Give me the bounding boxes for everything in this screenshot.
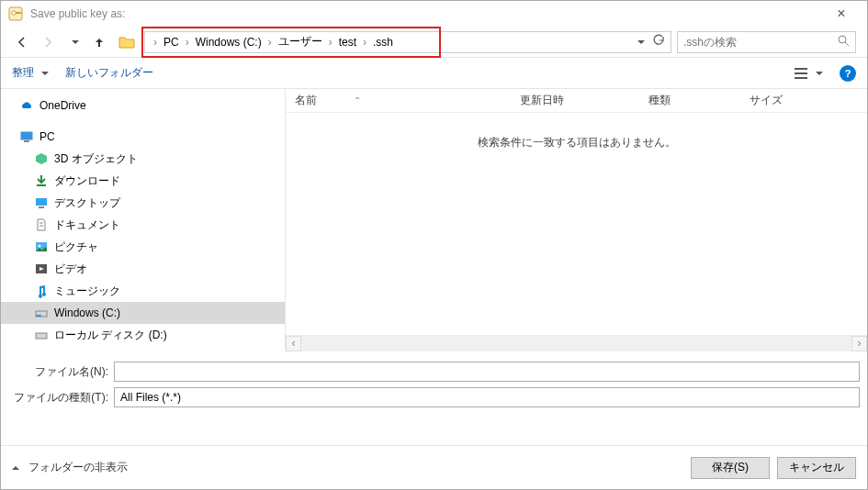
column-headers: 名前⌃ 更新日時 種類 サイズ <box>286 89 867 113</box>
chevron-up-icon <box>12 462 23 474</box>
filetype-label: ファイルの種類(T): <box>8 390 114 406</box>
tree-label: ダウンロード <box>54 173 120 189</box>
svg-rect-12 <box>39 206 44 208</box>
svg-rect-8 <box>21 132 32 139</box>
chevron-right-icon: › <box>183 36 192 49</box>
tree-downloads[interactable]: ダウンロード <box>1 170 285 192</box>
search-box[interactable] <box>677 31 856 53</box>
titlebar: Save public key as: × <box>1 1 867 27</box>
column-type[interactable]: 種類 <box>639 93 740 108</box>
tree-desktop[interactable]: デスクトップ <box>1 192 285 214</box>
main: OneDrive PC 3D オブジェクト ダウンロード デスクトップ ドキュメ… <box>1 89 867 351</box>
cloud-icon <box>19 98 34 113</box>
file-list[interactable]: 検索条件に一致する項目はありません。 <box>286 113 867 335</box>
column-date[interactable]: 更新日時 <box>511 93 639 108</box>
tree-label: ピクチャ <box>54 239 98 255</box>
tree-c-drive[interactable]: Windows (C:) <box>1 302 285 324</box>
svg-rect-2 <box>16 12 21 14</box>
refresh-button[interactable] <box>652 34 665 50</box>
svg-rect-6 <box>795 72 807 74</box>
search-input[interactable] <box>683 36 838 49</box>
tree-label: PC <box>39 130 55 143</box>
svg-point-16 <box>39 245 41 248</box>
scroll-left-button[interactable]: ‹ <box>286 336 301 351</box>
tree-music[interactable]: ミュージック <box>1 280 285 302</box>
tree-label: 3D オブジェクト <box>54 151 138 167</box>
download-icon <box>34 173 49 188</box>
tree-label: ローカル ディスク (D:) <box>54 328 167 343</box>
tree-label: OneDrive <box>39 99 86 112</box>
folder-icon <box>118 34 135 50</box>
file-list-pane: 名前⌃ 更新日時 種類 サイズ 検索条件に一致する項目はありません。 ‹ › <box>286 89 867 351</box>
svg-rect-5 <box>795 68 807 70</box>
tree-label: デスクトップ <box>54 195 120 211</box>
tree-d-drive[interactable]: ローカル ディスク (D:) <box>1 324 285 346</box>
filename-input[interactable] <box>114 362 860 382</box>
pictures-icon <box>34 239 49 254</box>
recent-locations-button[interactable] <box>63 32 84 52</box>
tree-3d[interactable]: 3D オブジェクト <box>1 148 285 170</box>
svg-line-4 <box>845 42 849 46</box>
horizontal-scrollbar[interactable]: ‹ › <box>286 335 867 351</box>
tree-pc[interactable]: PC <box>1 126 285 148</box>
svg-rect-10 <box>37 184 46 186</box>
filename-label: ファイル名(N): <box>8 364 114 380</box>
chevron-down-icon <box>812 67 823 80</box>
hide-folders-button[interactable]: フォルダーの非表示 <box>12 460 128 475</box>
scroll-right-button[interactable]: › <box>851 336 867 351</box>
navigation-tree[interactable]: OneDrive PC 3D オブジェクト ダウンロード デスクトップ ドキュメ… <box>1 89 286 351</box>
cancel-button[interactable]: キャンセル <box>777 457 856 479</box>
chevron-right-icon: › <box>151 36 160 49</box>
organize-menu[interactable]: 整理 <box>12 65 49 81</box>
chevron-right-icon: › <box>326 36 335 49</box>
tree-label: ドキュメント <box>54 217 120 233</box>
tree-onedrive[interactable]: OneDrive <box>1 95 285 117</box>
app-icon <box>8 6 23 21</box>
crumb-pc[interactable]: PC <box>160 36 183 49</box>
forward-button[interactable] <box>38 32 58 52</box>
save-button[interactable]: 保存(S) <box>691 457 770 479</box>
address-dropdown-icon[interactable] <box>634 36 645 49</box>
3d-icon <box>34 151 49 166</box>
crumb-c[interactable]: Windows (C:) <box>192 36 265 49</box>
new-folder-button[interactable]: 新しいフォルダー <box>65 65 153 81</box>
tree-documents[interactable]: ドキュメント <box>1 214 285 236</box>
help-button[interactable]: ? <box>840 65 856 82</box>
drive-icon <box>34 328 49 342</box>
close-button[interactable]: × <box>823 6 860 22</box>
address-bar[interactable]: › PC › Windows (C:) › ユーザー › test › .ssh <box>144 31 671 53</box>
back-button[interactable] <box>12 32 32 52</box>
crumb-test[interactable]: test <box>335 36 360 49</box>
document-icon <box>34 217 49 232</box>
svg-point-1 <box>12 11 16 15</box>
crumb-ssh[interactable]: .ssh <box>369 36 397 49</box>
footer: フォルダーの非表示 保存(S) キャンセル <box>1 445 867 489</box>
column-size[interactable]: サイズ <box>740 93 867 108</box>
svg-rect-19 <box>36 315 41 317</box>
scroll-track[interactable] <box>301 336 851 351</box>
music-icon <box>34 284 49 298</box>
svg-rect-9 <box>24 140 29 142</box>
tree-label: Windows (C:) <box>54 306 120 319</box>
tree-pictures[interactable]: ピクチャ <box>1 236 285 258</box>
column-name[interactable]: 名前⌃ <box>286 93 511 108</box>
toolbar: 整理 新しいフォルダー ? <box>1 58 867 89</box>
view-options-button[interactable] <box>794 66 823 81</box>
svg-rect-7 <box>795 77 807 79</box>
svg-point-3 <box>839 36 846 43</box>
filetype-select[interactable]: All Files (*.*) <box>114 387 860 407</box>
empty-message: 検索条件に一致する項目はありません。 <box>286 113 867 150</box>
search-icon <box>838 35 850 50</box>
svg-rect-20 <box>36 333 47 339</box>
tree-label: ミュージック <box>54 284 120 299</box>
window-title: Save public key as: <box>30 7 823 20</box>
crumb-users[interactable]: ユーザー <box>275 34 326 50</box>
desktop-icon <box>34 195 49 210</box>
chevron-right-icon: › <box>360 36 369 49</box>
tree-videos[interactable]: ビデオ <box>1 258 285 280</box>
save-form: ファイル名(N): ファイルの種類(T): All Files (*.*) <box>1 351 867 417</box>
sort-asc-icon: ⌃ <box>354 95 361 106</box>
up-button[interactable] <box>89 32 109 52</box>
breadcrumb: PC › Windows (C:) › ユーザー › test › .ssh <box>160 34 397 50</box>
chevron-right-icon: › <box>265 36 275 49</box>
